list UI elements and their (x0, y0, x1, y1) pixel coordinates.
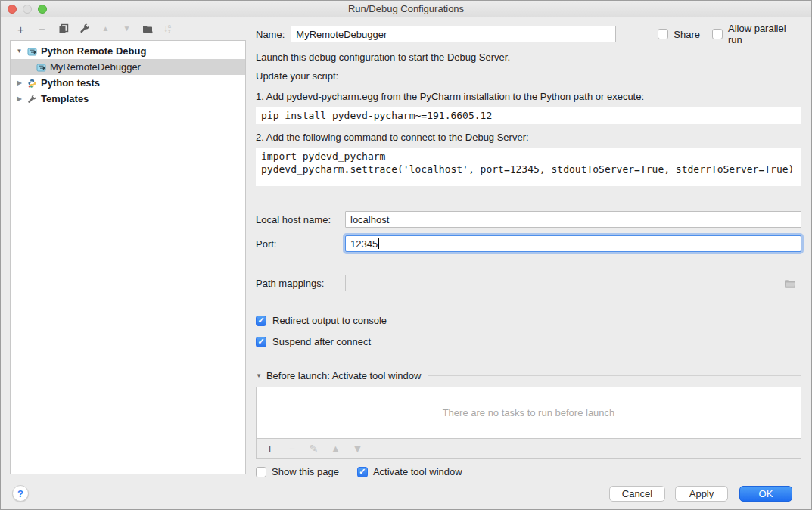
intro-line-1: Launch this debug configuration to start… (256, 51, 801, 63)
suspend-after-connect-label: Suspend after connect (272, 336, 371, 347)
share-checkbox-group[interactable]: ✓ Share (658, 29, 700, 40)
apply-button[interactable]: Apply (675, 486, 728, 502)
pip-install-code: pip install pydevd-pycharm~=191.6605.12 (256, 107, 801, 124)
copy-configuration-icon[interactable] (58, 23, 69, 35)
sort-alphabetically-icon[interactable]: ↓az (163, 23, 171, 34)
share-checkbox[interactable]: ✓ (658, 29, 668, 39)
wrench-icon (27, 95, 37, 104)
redirect-output-row[interactable]: ✓ Redirect output to console (256, 315, 801, 326)
activate-tool-window-label: Activate tool window (373, 466, 462, 477)
chevron-right-icon[interactable]: ▶ (15, 79, 23, 86)
before-launch-title: Before launch: Activate tool window (266, 370, 422, 381)
tree-item-templates[interactable]: ▶ Templates (11, 91, 245, 107)
tree-item-label: Templates (41, 93, 89, 104)
path-mappings-label: Path mappings: (256, 278, 345, 289)
tree-toolbar: + − ▲ ▼ ↓az (1, 17, 256, 40)
minimize-window-button[interactable] (23, 5, 32, 14)
redirect-output-checkbox[interactable]: ✓ (256, 316, 266, 326)
settrace-code-line-1: import pydevd_pycharm (261, 150, 796, 163)
before-launch-header[interactable]: ▼ Before launch: Activate tool window (256, 370, 801, 381)
tree-item-myremotedebugger[interactable]: MyRemoteDebugger (11, 59, 245, 75)
tree-item-python-remote-debug[interactable]: ▼ Python Remote Debug (11, 43, 245, 59)
show-this-page-checkbox[interactable]: ✓ (256, 467, 266, 477)
move-task-up-icon[interactable]: ▲ (330, 443, 341, 454)
port-label: Port: (256, 238, 345, 250)
tree-item-label: MyRemoteDebugger (50, 61, 141, 73)
local-host-row: Local host name: (256, 211, 801, 228)
intro-line-2: Update your script: (256, 70, 801, 82)
move-up-icon[interactable]: ▲ (100, 23, 111, 35)
folder-icon[interactable] (784, 278, 796, 291)
python-icon (27, 79, 37, 88)
traffic-lights (8, 1, 47, 17)
move-task-down-icon[interactable]: ▼ (352, 443, 363, 454)
edit-task-pencil-icon[interactable]: ✎ (308, 443, 319, 454)
chevron-down-icon[interactable]: ▼ (256, 372, 262, 379)
port-input[interactable]: 12345 (345, 235, 801, 252)
tree-item-label: Python tests (41, 77, 100, 89)
add-configuration-icon[interactable]: + (15, 23, 26, 35)
new-folder-icon[interactable] (142, 23, 154, 35)
help-button[interactable]: ? (12, 485, 29, 502)
allow-parallel-run-label: Allow parallel run (728, 23, 801, 45)
step-2-text: 2. Add the following command to connect … (256, 132, 801, 143)
add-task-icon[interactable]: + (264, 443, 275, 454)
edit-defaults-wrench-icon[interactable] (79, 23, 90, 35)
window-title: Run/Debug Configurations (1, 3, 811, 14)
question-mark-icon: ? (17, 488, 23, 499)
move-down-icon[interactable]: ▼ (121, 23, 132, 35)
name-input[interactable] (291, 26, 616, 42)
allow-parallel-checkbox-group[interactable]: ✓ Allow parallel run (712, 23, 801, 45)
remove-task-icon[interactable]: − (286, 443, 297, 454)
settrace-code-line-2: pydevd_pycharm.settrace('localhost', por… (261, 163, 796, 176)
title-bar: Run/Debug Configurations (1, 1, 811, 17)
port-row: Port: 12345 (256, 235, 801, 252)
before-launch-options: ✓ Show this page ✓ Activate tool window (256, 466, 801, 477)
close-window-button[interactable] (8, 5, 17, 14)
task-toolbar: + − ✎ ▲ ▼ (256, 439, 801, 459)
chevron-down-icon[interactable]: ▼ (15, 48, 23, 54)
name-row: Name: ✓ Share ✓ Allow parallel run (256, 26, 801, 42)
suspend-after-connect-checkbox[interactable]: ✓ (256, 337, 266, 347)
activate-tool-window-checkbox[interactable]: ✓ (357, 467, 368, 477)
share-label: Share (674, 29, 700, 40)
before-launch-task-list[interactable]: There are no tasks to run before launch (256, 387, 801, 439)
remote-debug-icon (27, 47, 37, 56)
local-host-name-input[interactable] (345, 211, 801, 228)
chevron-right-icon[interactable]: ▶ (15, 95, 23, 102)
dialog-footer: ? Cancel Apply OK (1, 477, 811, 509)
local-host-name-label: Local host name: (256, 214, 345, 225)
suspend-after-connect-row[interactable]: ✓ Suspend after connect (256, 336, 801, 347)
zoom-window-button[interactable] (38, 5, 47, 14)
tree-item-label: Python Remote Debug (41, 45, 146, 57)
ok-button[interactable]: OK (739, 486, 792, 502)
name-label: Name: (256, 29, 285, 40)
path-mappings-row: Path mappings: (256, 275, 801, 291)
empty-tasks-message: There are no tasks to run before launch (443, 407, 615, 418)
step-1-text: 1. Add pydevd-pycharm.egg from the PyCha… (256, 91, 801, 102)
tree-item-python-tests[interactable]: ▶ Python tests (11, 75, 245, 91)
redirect-output-label: Redirect output to console (272, 315, 387, 326)
settrace-code: import pydevd_pycharm pydevd_pycharm.set… (256, 148, 801, 186)
remote-debug-icon (36, 63, 46, 72)
configurations-panel: + − ▲ ▼ ↓az ▼ Python Remote Debug (1, 17, 256, 477)
allow-parallel-run-checkbox[interactable]: ✓ (712, 29, 723, 39)
text-cursor (378, 238, 379, 249)
show-this-page-label: Show this page (272, 466, 339, 477)
path-mappings-input[interactable] (345, 275, 801, 291)
run-debug-configurations-dialog: Run/Debug Configurations + − ▲ ▼ ↓az ▼ P… (0, 0, 812, 510)
configuration-form: Name: ✓ Share ✓ Allow parallel run Launc… (256, 17, 801, 477)
cancel-button[interactable]: Cancel (609, 486, 665, 502)
remove-configuration-icon[interactable]: − (36, 23, 48, 35)
configurations-tree: ▼ Python Remote Debug MyRemoteDebugger ▶… (10, 40, 246, 474)
divider (428, 375, 801, 376)
